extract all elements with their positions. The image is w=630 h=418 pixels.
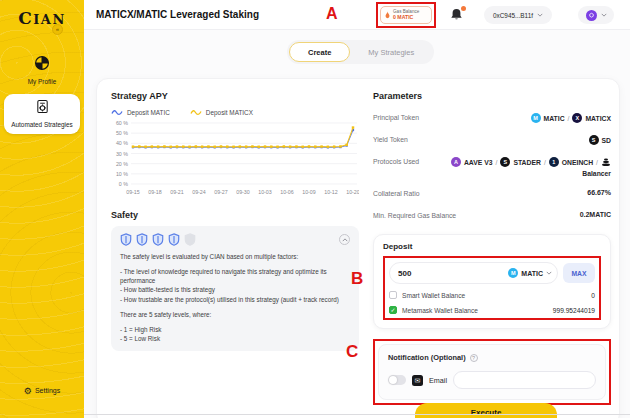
matic-token-icon: M [531, 113, 541, 123]
svg-text:09-30: 09-30 [236, 189, 250, 195]
svg-text:30 %: 30 % [116, 151, 128, 157]
deposit-title: Deposit [383, 242, 601, 251]
annotation-box-a: Gas Balance 0 MATIC [376, 2, 436, 28]
flame-icon [384, 11, 391, 20]
squiggle-icon [111, 109, 123, 116]
shield-filled-icon [168, 233, 180, 246]
smart-wallet-balance-row: Smart Wallet Balance 0 [389, 291, 595, 299]
deposit-panel: Deposit M MATIC [373, 234, 611, 329]
legend-label: Deposit MATICX [206, 109, 253, 116]
left-column: Strategy APY Deposit MATIC Deposit MATIC… [111, 91, 359, 351]
apy-line-chart: 60 %50 %40 %30 %20 %10 %0 %09-1509-1809-… [111, 118, 359, 204]
safety-text: The safety level is evaluated by CIAN ba… [120, 252, 350, 261]
svg-text:09-27: 09-27 [214, 189, 228, 195]
protocol-name: Balancer [582, 170, 611, 177]
balancer-protocol-icon [601, 157, 611, 167]
svg-text:09-24: 09-24 [192, 189, 206, 195]
sidebar-collapse-button[interactable]: « [52, 24, 63, 35]
safety-text: - The level of knowledge required to nav… [120, 267, 350, 285]
network-selector-button[interactable] [578, 6, 614, 24]
safety-panel: The safety level is evaluated by CIAN ba… [111, 226, 359, 351]
notification-dot [461, 6, 466, 11]
execute-button[interactable]: Execute [415, 403, 557, 418]
min-gas-value: 0.2MATIC [580, 211, 611, 218]
deposit-amount-input[interactable] [398, 269, 458, 278]
annotation-letter-a: A [326, 5, 338, 23]
protocol-name: ONEINCH [562, 159, 593, 166]
chevron-down-icon [537, 13, 543, 17]
param-label: Principal Token [373, 113, 435, 123]
legend-item-deposit-maticx: Deposit MATICX [190, 109, 253, 116]
balance-value: 999.95244019 [553, 307, 595, 314]
notification-toggle[interactable] [388, 375, 406, 385]
right-column: Parameters Principal Token M MATIC / X M… [373, 91, 611, 405]
main-content: Create My Strategies Strategy APY Deposi… [84, 30, 630, 418]
aave-protocol-icon: A [451, 157, 461, 167]
sidebar-item-my-profile[interactable]: My Profile [4, 55, 80, 85]
shield-filled-icon [152, 233, 164, 246]
svg-text:50 %: 50 % [116, 130, 128, 136]
polygon-network-icon [586, 10, 597, 21]
protocol-name: AAVE V3 [464, 159, 493, 166]
stader-protocol-icon: S [500, 157, 510, 167]
create-mystrategies-tabs: Create My Strategies [287, 40, 434, 64]
parameters-title: Parameters [373, 91, 611, 101]
bottom-divider [84, 414, 630, 415]
param-yield-token: Yield Token S SD [373, 135, 611, 145]
deposit-token-selector[interactable]: M MATIC [508, 268, 552, 278]
param-label: Yield Token [373, 135, 435, 145]
param-label: Protocols Used [373, 157, 435, 167]
max-button[interactable]: MAX [563, 263, 595, 283]
safety-collapse-button[interactable] [339, 234, 350, 245]
balance-value: 0 [591, 292, 595, 299]
notifications-bell-button[interactable] [450, 7, 466, 23]
annotation-letter-c: C [346, 342, 358, 362]
metamask-wallet-balance-row: ✓ Metamask Wallet Balance 999.95244019 [389, 306, 595, 314]
metamask-wallet-checkbox[interactable]: ✓ [389, 306, 397, 314]
tab-create[interactable]: Create [289, 42, 350, 62]
separator: / [596, 159, 598, 166]
wallet-address-button[interactable]: 0xC945...B11f [484, 6, 552, 24]
chevron-down-icon [601, 13, 607, 17]
separator: / [496, 159, 498, 166]
sidebar-item-label: Automated Strategies [6, 121, 78, 128]
chevron-up-icon [342, 238, 348, 242]
email-label: Email [429, 376, 447, 385]
balance-label: Smart Wallet Balance [402, 292, 465, 299]
annotation-letter-b: B [351, 269, 363, 289]
param-collateral-ratio: Collateral Ratio 66.67% [373, 189, 611, 199]
sidebar-item-settings[interactable]: ⚙Settings [0, 386, 84, 396]
help-icon[interactable]: ? [470, 354, 478, 362]
sidebar-item-label: My Profile [4, 78, 80, 85]
safety-text: - 1 = High Risk [120, 325, 350, 334]
safety-text: - How trustable are the protocol(s) util… [120, 295, 350, 304]
balance-label: Metamask Wallet Balance [402, 307, 478, 314]
wallet-address: 0xC945...B11f [493, 12, 533, 19]
svg-text:10-03: 10-03 [258, 189, 272, 195]
gas-balance-button[interactable]: Gas Balance 0 MATIC [380, 6, 432, 24]
token-name: MATIC [544, 115, 565, 122]
gas-balance-value: 0 MATIC [393, 15, 419, 20]
safety-text: - 5 = Low Risk [120, 334, 350, 343]
selected-token: MATIC [521, 270, 543, 277]
annotation-box-b: M MATIC MAX Smart Wall [383, 256, 601, 320]
email-input[interactable] [453, 371, 596, 389]
svg-text:09-18: 09-18 [148, 189, 162, 195]
svg-text:09-15: 09-15 [126, 189, 140, 195]
svg-text:60 %: 60 % [116, 120, 128, 126]
notification-title: Notification (Optional) [388, 353, 466, 362]
chevron-down-icon [546, 271, 552, 275]
strategies-doc-gear-icon [35, 99, 50, 114]
shield-empty-icon [184, 233, 196, 246]
smart-wallet-checkbox[interactable] [389, 291, 397, 299]
chart-legend: Deposit MATIC Deposit MATICX [111, 109, 359, 116]
legend-item-deposit-matic: Deposit MATIC [111, 109, 170, 116]
legend-label: Deposit MATIC [127, 109, 170, 116]
matic-token-icon: M [508, 268, 518, 278]
shield-filled-icon [120, 233, 132, 246]
topbar: MATICX/MATIC Leveraged Staking A Gas Bal… [84, 0, 630, 30]
token-name: SD [602, 137, 611, 144]
svg-text:10-06: 10-06 [280, 189, 294, 195]
sidebar-item-automated-strategies[interactable]: Automated Strategies [4, 94, 80, 134]
tab-my-strategies[interactable]: My Strategies [350, 42, 432, 62]
